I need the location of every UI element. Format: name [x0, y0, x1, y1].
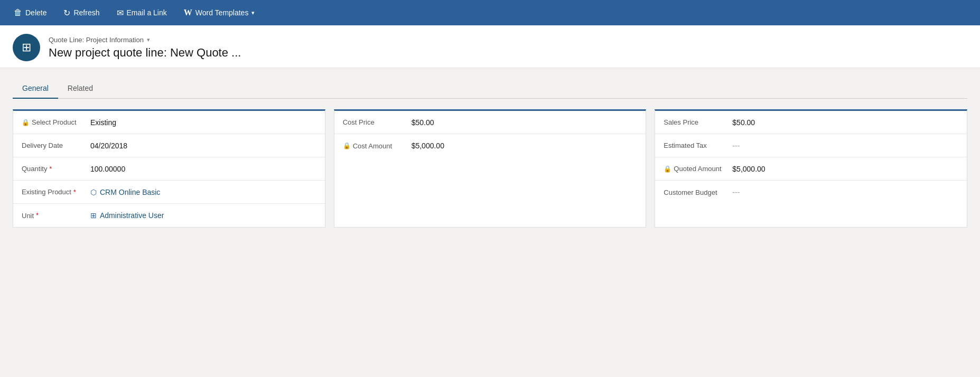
toolbar: 🗑 Delete ↻ Refresh ✉ Email a Link W Word…: [0, 0, 980, 25]
field-label-quantity: Quantity *: [22, 165, 90, 173]
field-value-customer-budget: ---: [732, 188, 740, 196]
field-value-select-product: Existing: [90, 118, 116, 127]
avatar-icon: ⊞: [22, 41, 31, 54]
page-title: New project quote line: New Quote ...: [49, 46, 241, 60]
breadcrumb-chevron-icon: ▾: [147, 36, 150, 43]
tab-related[interactable]: Related: [58, 79, 102, 99]
field-row-existing-product: Existing Product * ⬡ CRM Online Basic: [13, 181, 325, 204]
field-value-quoted-amount: $5,000.00: [732, 165, 765, 173]
cards-grid: 🔒 Select Product Existing Delivery Date …: [13, 109, 967, 228]
field-label-unit: Unit *: [22, 212, 90, 220]
field-row-estimated-tax: Estimated Tax ---: [655, 134, 967, 157]
delete-icon: 🗑: [14, 8, 22, 17]
field-value-unit[interactable]: ⊞ Administrative User: [90, 211, 164, 220]
field-label-sales-price: Sales Price: [664, 118, 732, 126]
lock-icon-cost-amount: 🔒: [343, 142, 351, 149]
field-row-unit: Unit * ⊞ Administrative User: [13, 204, 325, 227]
user-icon: ⊞: [90, 211, 97, 220]
field-label-existing-product: Existing Product *: [22, 188, 90, 196]
required-star-unit: *: [36, 212, 39, 219]
field-label-estimated-tax: Estimated Tax: [664, 142, 732, 149]
header-text: Quote Line: Project Information ▾ New pr…: [49, 36, 241, 60]
field-value-quantity[interactable]: 100.00000: [90, 165, 125, 173]
breadcrumb: Quote Line: Project Information ▾: [49, 36, 241, 44]
email-link-button[interactable]: ✉ Email a Link: [109, 4, 174, 22]
field-value-cost-price: $50.00: [412, 118, 434, 127]
refresh-button[interactable]: ↻ Refresh: [56, 4, 107, 22]
field-row-cost-amount: 🔒 Cost Amount $5,000.00: [334, 134, 646, 157]
main-content: General Related 🔒 Select Product Existin…: [0, 68, 980, 376]
word-templates-button[interactable]: W Word Templates ▾: [176, 4, 263, 22]
left-card: 🔒 Select Product Existing Delivery Date …: [13, 109, 325, 228]
field-label-customer-budget: Customer Budget: [664, 188, 732, 196]
field-label-select-product: 🔒 Select Product: [22, 118, 90, 126]
field-row-sales-price: Sales Price $50.00: [655, 111, 967, 134]
field-value-sales-price: $50.00: [732, 118, 755, 127]
field-value-existing-product[interactable]: ⬡ CRM Online Basic: [90, 188, 160, 196]
lock-icon-select-product: 🔒: [22, 119, 30, 126]
delete-button[interactable]: 🗑 Delete: [6, 4, 54, 22]
field-row-customer-budget: Customer Budget ---: [655, 181, 967, 204]
field-label-cost-price: Cost Price: [343, 118, 412, 126]
chevron-down-icon: ▾: [251, 10, 255, 16]
middle-card: Cost Price $50.00 🔒 Cost Amount $5,000.0…: [334, 109, 647, 228]
field-value-cost-amount: $5,000.00: [412, 142, 444, 150]
email-icon: ✉: [117, 8, 124, 18]
word-icon: W: [184, 8, 192, 17]
refresh-icon: ↻: [63, 8, 70, 18]
field-label-quoted-amount: 🔒 Quoted Amount: [664, 165, 732, 173]
product-icon: ⬡: [90, 188, 97, 196]
field-label-cost-amount: 🔒 Cost Amount: [343, 142, 412, 150]
field-row-delivery-date: Delivery Date 04/20/2018: [13, 134, 325, 157]
field-row-cost-price: Cost Price $50.00: [334, 111, 646, 134]
right-card: Sales Price $50.00 Estimated Tax --- 🔒 Q…: [655, 109, 967, 228]
page-header: ⊞ Quote Line: Project Information ▾ New …: [0, 25, 980, 68]
field-label-delivery-date: Delivery Date: [22, 142, 90, 149]
required-star-quantity: *: [49, 165, 52, 173]
field-value-delivery-date: 04/20/2018: [90, 142, 127, 150]
avatar: ⊞: [13, 34, 40, 61]
tabs-bar: General Related: [13, 79, 967, 99]
lock-icon-quoted-amount: 🔒: [664, 165, 671, 173]
tab-general[interactable]: General: [13, 79, 58, 99]
field-row-select-product: 🔒 Select Product Existing: [13, 111, 325, 134]
field-value-estimated-tax: ---: [732, 142, 740, 150]
field-row-quoted-amount: 🔒 Quoted Amount $5,000.00: [655, 157, 967, 181]
field-row-quantity: Quantity * 100.00000: [13, 157, 325, 181]
required-star-existing-product: *: [73, 188, 76, 196]
